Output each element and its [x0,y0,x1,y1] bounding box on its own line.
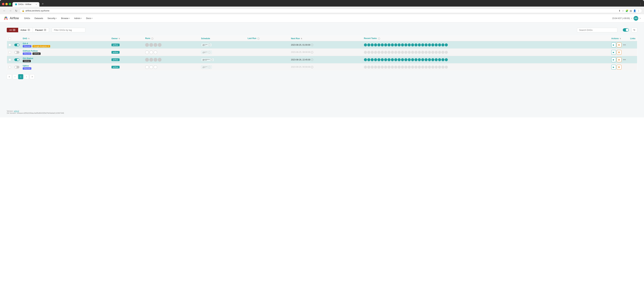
delete-button-ga4[interactable]: 🗑 [617,42,622,47]
recent-tasks-info-icon[interactable]: i [378,37,380,40]
task-circle [424,51,428,54]
task-circle [445,51,448,54]
next-run-info-icon[interactable]: i [311,44,313,46]
runs-info-icon[interactable]: i [151,37,154,40]
run-circle [150,65,153,69]
share-icon[interactable]: ⬆ [618,9,620,12]
nav-browse[interactable]: Browse ▾ [59,16,72,20]
tag-github[interactable]: GitHub [32,52,40,55]
active-tab[interactable]: A DAGs - Airflow ✕ [12,2,40,6]
active-filter-button[interactable]: Active 0 [18,28,33,32]
next-run-sort-icon[interactable]: ⇅ [301,38,302,39]
toggle-knob [17,44,19,46]
next-run-info-icon[interactable]: i [311,66,313,68]
dag-column-header: DAG ⇅ [21,36,110,41]
play-button-github-follow[interactable]: ▶ [611,50,616,55]
play-button-ga4[interactable]: ▶ [611,42,616,47]
sidebar-icon[interactable]: ▤ [630,9,632,12]
schedule-info-icon[interactable]: i [208,51,210,53]
forward-button[interactable]: → [8,9,13,13]
next-page-button[interactable]: › [24,74,29,79]
delete-button-github-follow[interactable]: 🗑 [617,50,622,55]
select-all-checkbox[interactable] [8,37,11,40]
row-checkbox[interactable] [8,51,11,53]
delete-button-uplus[interactable]: 🗑 [617,65,622,69]
address-bar[interactable]: 🔒 airflow.zerohertz.xyz/home ⬆ ☆ 🧩 ▤ 👤 ⋮ [20,8,642,13]
task-circle [388,66,390,69]
dag-toggle-github-follow[interactable] [14,51,19,54]
all-filter-button[interactable]: All 4 [7,28,18,32]
last-run-info-icon[interactable]: i [257,37,260,40]
tag-discord[interactable]: Discord [23,52,31,55]
minimize-dot[interactable] [6,3,8,5]
next-run-info-icon[interactable]: i [311,58,313,61]
bookmark-icon[interactable]: ☆ [622,9,624,12]
schedule-info-icon[interactable]: i [208,44,210,46]
nav-docs[interactable]: Docs ▾ [84,16,94,20]
dag-toggle-git-status[interactable] [14,58,19,61]
more-button-ga4[interactable]: ••• [622,42,627,47]
new-tab-button[interactable]: + [40,1,46,6]
toggle-switch[interactable] [623,28,629,32]
window-menu-button[interactable]: ⋮ [639,2,642,5]
nav-datasets[interactable]: Datasets [32,16,45,20]
profile-icon[interactable]: 👤 [633,9,636,12]
task-circle [364,66,367,69]
tag-discord[interactable]: Discord [23,67,31,70]
version-link[interactable]: v2.6.2 [14,110,19,112]
last-page-button[interactable]: » [30,74,35,79]
task-circle [401,66,404,69]
owner-sort-icon[interactable]: ⇅ [118,38,120,39]
dag-toggle-uplus[interactable] [14,66,19,68]
schedule-info-icon[interactable]: i [208,66,210,68]
dag-name-git-status[interactable]: Git-Status [23,57,108,59]
more-button-git-status[interactable]: ••• [622,57,627,62]
toggle-control[interactable] [623,28,629,32]
actions-sort-icon[interactable]: ⇅ [620,38,621,39]
extensions-icon[interactable]: 🧩 [626,9,628,12]
dag-name-github-follow[interactable]: GitHub-Follow [23,50,108,52]
back-button[interactable]: ← [2,9,7,13]
current-page-button[interactable]: 1 [18,74,23,79]
nav-security[interactable]: Security ▾ [46,16,59,20]
tag-ga4[interactable]: Google Analytics 4 [32,45,50,47]
menu-icon[interactable]: ⋮ [638,9,640,12]
task-circle [431,66,434,69]
tab-close-button[interactable]: ✕ [36,3,37,5]
dag-name-ga4[interactable]: GA-4 [23,42,108,45]
tag-filter-input[interactable] [52,28,86,32]
play-button-uplus[interactable]: ▶ [611,65,616,69]
refresh-button[interactable]: ↻ [632,27,637,32]
user-avatar[interactable]: AU [634,16,638,21]
nav-admin[interactable]: Admin ▾ [72,16,84,20]
tag-discord[interactable]: Discord [23,45,31,47]
search-input[interactable] [577,28,618,32]
close-dot[interactable] [2,3,4,5]
tag-github[interactable]: GitHub [23,60,31,62]
next-run-info-icon[interactable]: i [311,51,313,53]
task-circle [408,43,411,46]
row-toggle-cell [14,51,19,54]
next-run-column-header: Next Run ⇅ [289,36,362,41]
dag-sort-icon[interactable]: ⇅ [28,38,30,39]
row-checkbox[interactable] [8,44,11,46]
maximize-dot[interactable] [9,3,11,5]
airflow-logo[interactable]: Airflow [3,16,19,21]
task-circle [401,51,404,54]
row-checkbox[interactable] [8,58,11,61]
recent-tasks-ga4 [364,43,608,46]
nav-admin-label: Admin [74,17,80,19]
schedule-info-icon[interactable]: i [210,58,213,61]
play-button-git-status[interactable]: ▶ [611,57,616,62]
refresh-button[interactable]: ↻ [14,9,18,13]
dag-name-uplus[interactable]: Uplus [23,64,108,67]
delete-button-git-status[interactable]: 🗑 [617,57,622,62]
row-checkbox[interactable] [8,66,11,68]
first-page-button[interactable]: « [7,74,12,79]
prev-page-button[interactable]: ‹ [12,74,18,79]
task-circle [438,51,441,54]
paused-filter-button[interactable]: Paused 4 [33,28,49,32]
dag-toggle-ga4[interactable] [14,43,19,46]
nav-dags[interactable]: DAGs [22,16,32,20]
last-run-github-follow [246,49,289,56]
